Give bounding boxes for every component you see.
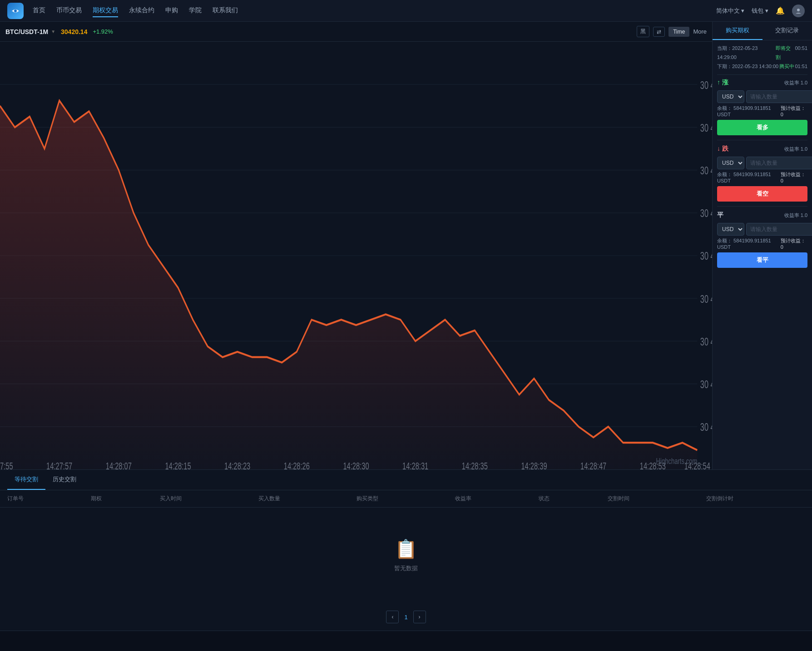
nav-links: 首页 币币交易 期权交易 永续合约 申购 学院 联系我们 [33, 5, 716, 17]
pair-chevron-icon: ▼ [51, 29, 55, 34]
svg-text:14:28:31: 14:28:31 [402, 460, 428, 469]
col-delivery-time: 交割时间 [600, 490, 699, 508]
down-yield-label: 收益率 1.0 [784, 146, 807, 153]
up-balance-row: 余额： 5841909.911851 USDT 预计收益： 0 [717, 105, 807, 117]
pagination: ‹ 1 › [0, 603, 812, 631]
right-tabs: 购买期权 交割记录 [713, 22, 812, 40]
down-profit: 预计收益： 0 [781, 171, 807, 183]
price-change: +1.92% [93, 28, 113, 35]
svg-text:30 438: 30 438 [700, 207, 712, 219]
theme-toggle-btn[interactable]: 黑 [637, 26, 649, 37]
down-balance-row: 余额： 5841909.911851 USDT 预计收益： 0 [717, 171, 807, 183]
pair-name: BTC/USDT-1M [5, 28, 48, 35]
tab-delivery-history[interactable]: 交割记录 [762, 22, 812, 40]
svg-text:30 444: 30 444 [700, 79, 712, 91]
trading-panel: 当期：2022-05-23 14:29:00 即将交割 00:51 下期：202… [713, 40, 812, 469]
more-options-btn[interactable]: More [693, 28, 707, 35]
wallet-button[interactable]: 钱包 ▾ [752, 7, 768, 15]
current-price: 30420.14 [61, 28, 87, 35]
bottom-tabs: 等待交割 历史交割 [0, 470, 812, 490]
session-current: 当期：2022-05-23 14:29:00 即将交割 00:51 [717, 44, 807, 62]
trade-flat-title: 平 收益率 1.0 [717, 211, 807, 219]
up-direction-label: ↑ 涨 [717, 79, 728, 87]
col-option: 期权 [84, 490, 153, 508]
pair-selector[interactable]: BTC/USDT-1M ▼ [5, 28, 55, 35]
svg-point-0 [14, 10, 17, 12]
bottom-section: 等待交割 历史交割 订单号 期权 买入时间 买入数量 购买类型 收益率 状态 交… [0, 469, 812, 631]
down-direction-label: ↓ 跌 [717, 145, 728, 153]
trade-down-section: ↓ 跌 收益率 1.0 USDT USDT 余额： 58 [717, 145, 807, 207]
svg-point-1 [797, 9, 800, 11]
nav-contact[interactable]: 联系我们 [213, 5, 238, 17]
right-panel: 购买期权 交割记录 当期：2022-05-23 14:29:00 即将交割 00… [712, 22, 812, 469]
empty-state: 📋 暂无数据 [7, 511, 805, 600]
flat-balance-row: 余额： 5841909.911851 USDT 预计收益： 0 [717, 237, 807, 250]
down-input-row: USDT USDT [717, 157, 807, 169]
flat-yield-label: 收益率 1.0 [784, 212, 807, 219]
current-session-label: 当期：2022-05-23 14:29:00 [717, 44, 776, 62]
table-header-row: 订单号 期权 买入时间 买入数量 购买类型 收益率 状态 交割时间 交割倒计时 [0, 490, 812, 508]
nav-futures[interactable]: 永续合约 [129, 5, 154, 17]
svg-text:14:28:07: 14:28:07 [106, 460, 132, 469]
svg-text:14:27:55: 14:27:55 [0, 460, 13, 469]
col-buy-type: 购买类型 [349, 490, 448, 508]
up-yield-label: 收益率 1.0 [784, 79, 807, 86]
time-view-btn[interactable]: Time [668, 27, 689, 37]
tab-history-delivery[interactable]: 历史交割 [45, 470, 84, 490]
session-info: 当期：2022-05-23 14:29:00 即将交割 00:51 下期：202… [717, 44, 807, 75]
language-selector[interactable]: 简体中文 ▾ [716, 7, 745, 15]
svg-text:14:28:23: 14:28:23 [224, 460, 250, 469]
flat-balance: 余额： 5841909.911851 USDT [717, 237, 781, 250]
trade-up-section: ↑ 涨 收益率 1.0 USDT USDT 余额： 58 [717, 79, 807, 140]
chart-controls: 黑 ⇄ Time More [637, 26, 707, 37]
empty-icon: 📋 [395, 538, 417, 560]
nav-spot[interactable]: 币币交易 [56, 5, 82, 17]
empty-text: 暂无数据 [394, 564, 418, 572]
price-chart: 30 444 30 442 30 440 30 438 30 436 30 43… [0, 42, 712, 469]
nav-options[interactable]: 期权交易 [93, 5, 118, 17]
footer: Webull 服务 用户协议 隐私条款 法律声明 关于我们 学院 新手教程 交易… [0, 631, 812, 651]
main-content: BTC/USDT-1M ▼ 30420.14 +1.92% 黑 ⇄ Time M… [0, 22, 812, 469]
buy-flat-button[interactable]: 看平 [717, 252, 807, 268]
svg-text:14:28:15: 14:28:15 [165, 460, 191, 469]
up-currency-select[interactable]: USDT [717, 90, 744, 103]
svg-text:14:28:47: 14:28:47 [580, 460, 606, 469]
tab-buy-options[interactable]: 购买期权 [713, 22, 762, 40]
col-order-id: 订单号 [0, 490, 84, 508]
nav-home[interactable]: 首页 [33, 5, 45, 17]
flat-amount-input[interactable] [746, 223, 812, 236]
next-session-status: 腾买中 [779, 62, 794, 71]
up-balance: 余额： 5841909.911851 USDT [717, 105, 781, 117]
nav-right: 简体中文 ▾ 钱包 ▾ 🔔 [716, 5, 805, 17]
prev-page-btn[interactable]: ‹ [386, 611, 399, 623]
svg-text:14:28:35: 14:28:35 [462, 460, 488, 469]
down-amount-input[interactable] [746, 157, 812, 169]
svg-text:Highcharts.com: Highcharts.com [656, 456, 698, 466]
up-amount-input[interactable] [746, 90, 812, 103]
tab-waiting-delivery[interactable]: 等待交割 [7, 470, 45, 490]
col-buy-time: 买入时间 [153, 490, 251, 508]
buy-down-button[interactable]: 看空 [717, 186, 807, 202]
nav-logo [7, 3, 24, 19]
current-page: 1 [404, 614, 407, 621]
nav-academy[interactable]: 学院 [189, 5, 202, 17]
user-avatar[interactable] [792, 5, 805, 17]
notification-bell[interactable]: 🔔 [776, 6, 785, 15]
session-next: 下期：2022-05-23 14:30:00 腾买中 01:51 [717, 62, 807, 71]
flat-profit: 预计收益： 0 [781, 237, 807, 250]
flat-currency-select[interactable]: USDT [717, 223, 744, 236]
svg-text:30 436: 30 436 [700, 251, 712, 262]
orders-table: 订单号 期权 买入时间 买入数量 购买类型 收益率 状态 交割时间 交割倒计时 … [0, 490, 812, 603]
col-status: 状态 [531, 490, 600, 508]
up-input-row: USDT USDT [717, 90, 807, 103]
chart-header: BTC/USDT-1M ▼ 30420.14 +1.92% 黑 ⇄ Time M… [0, 22, 712, 42]
next-page-btn[interactable]: › [413, 611, 426, 623]
svg-text:30 440: 30 440 [700, 165, 712, 177]
chart-swap-btn[interactable]: ⇄ [653, 27, 665, 37]
up-profit: 预计收益： 0 [781, 105, 807, 117]
nav-ipo[interactable]: 申购 [165, 5, 178, 17]
down-currency-select[interactable]: USDT [717, 157, 744, 169]
buy-up-button[interactable]: 看多 [717, 120, 807, 135]
trade-flat-section: 平 收益率 1.0 USDT USDT 余额： 5841 [717, 211, 807, 272]
svg-text:30 442: 30 442 [700, 122, 712, 134]
